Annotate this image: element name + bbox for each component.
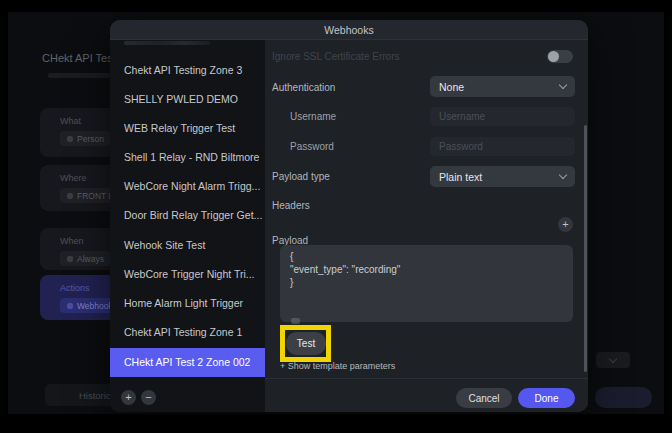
authentication-label: Authentication: [272, 82, 335, 93]
list-item[interactable]: Door Bird Relay Trigger Get...: [110, 201, 265, 230]
list-item[interactable]: Wehook Site Test: [110, 231, 265, 260]
historic-video-label: Historic v: [45, 384, 120, 406]
chevron-down-icon: [559, 171, 567, 179]
list-item-clipped[interactable]: [124, 41, 210, 45]
list-item[interactable]: SHELLY PWLED DEMO: [110, 85, 265, 114]
password-field[interactable]: [430, 137, 575, 156]
chevron-down-icon: [609, 354, 617, 362]
add-webhook-button[interactable]: +: [121, 390, 136, 405]
toggle-knob: [548, 51, 559, 62]
remove-webhook-button[interactable]: −: [141, 390, 156, 405]
show-template-parameters-link[interactable]: + Show template parameters: [280, 361, 395, 371]
webhook-list: Chekt API Testing Zone 3 SHELLY PWLED DE…: [110, 40, 265, 412]
background-button: [595, 387, 652, 408]
add-header-button[interactable]: +: [558, 217, 573, 232]
card-when-label: When: [60, 236, 84, 246]
card-what-chip-label: Person: [77, 134, 104, 144]
webhook-icon: [67, 303, 73, 309]
username-label: Username: [290, 111, 336, 122]
card-what-label: What: [60, 116, 81, 126]
authentication-value: None: [439, 81, 560, 93]
payload-editor[interactable]: { "event_type": "recording" }: [280, 245, 573, 322]
webhooks-modal: Webhooks Chekt API Testing Zone 3 SHELLY…: [110, 20, 588, 412]
modal-header: Webhooks: [110, 20, 588, 40]
card-where-label: Where: [60, 173, 87, 183]
ssl-errors-toggle[interactable]: [547, 50, 573, 63]
webhook-form: Ignore SSL Certificate Errors Authentica…: [265, 40, 588, 412]
list-item[interactable]: Chekt API Testing Zone 3: [110, 56, 265, 85]
person-icon: [67, 136, 73, 142]
card-what-chip: Person: [60, 131, 111, 146]
list-item[interactable]: Shell 1 Relay - RND Biltmore: [110, 143, 265, 172]
test-button[interactable]: Test: [286, 332, 326, 355]
card-actions-chip-label: Webhook: [77, 301, 113, 311]
list-item-selected[interactable]: CHekt API Test 2 Zone 002: [110, 348, 265, 377]
card-actions-label: Actions: [60, 283, 90, 293]
card-when-chip-label: Always: [77, 254, 104, 264]
screen: CHekt API Test 2 What Person Where FRONT…: [0, 0, 672, 433]
background-subtitle-placeholder: [48, 73, 110, 78]
authentication-select[interactable]: None: [430, 76, 575, 97]
cancel-button[interactable]: Cancel: [456, 388, 512, 408]
payload-type-label: Payload type: [272, 171, 330, 182]
card-when-chip: Always: [60, 251, 111, 266]
footer-divider: [265, 378, 588, 379]
scrollbar[interactable]: [584, 125, 587, 372]
password-label: Password: [290, 141, 334, 152]
artifact-mark: [291, 318, 300, 324]
background-dropdown: [596, 352, 630, 368]
list-item[interactable]: WebCore Trigger Night Tri...: [110, 260, 265, 289]
list-item[interactable]: WEB Relay Trigger Test: [110, 114, 265, 143]
calendar-icon: [67, 256, 73, 262]
payload-type-value: Plain text: [439, 171, 560, 183]
chevron-down-icon: [559, 81, 567, 89]
ssl-errors-label: Ignore SSL Certificate Errors: [272, 51, 399, 62]
list-item[interactable]: WebCore Night Alarm Trigg...: [110, 172, 265, 201]
list-item[interactable]: Chekt API Testing Zone 1: [110, 318, 265, 347]
camera-icon: [67, 193, 73, 199]
headers-label: Headers: [272, 200, 310, 211]
done-button[interactable]: Done: [518, 388, 575, 408]
modal-title: Webhooks: [324, 24, 373, 36]
list-item[interactable]: Home Alarm Light Trigger: [110, 289, 265, 318]
username-field[interactable]: [430, 107, 575, 126]
payload-type-select[interactable]: Plain text: [430, 166, 575, 187]
